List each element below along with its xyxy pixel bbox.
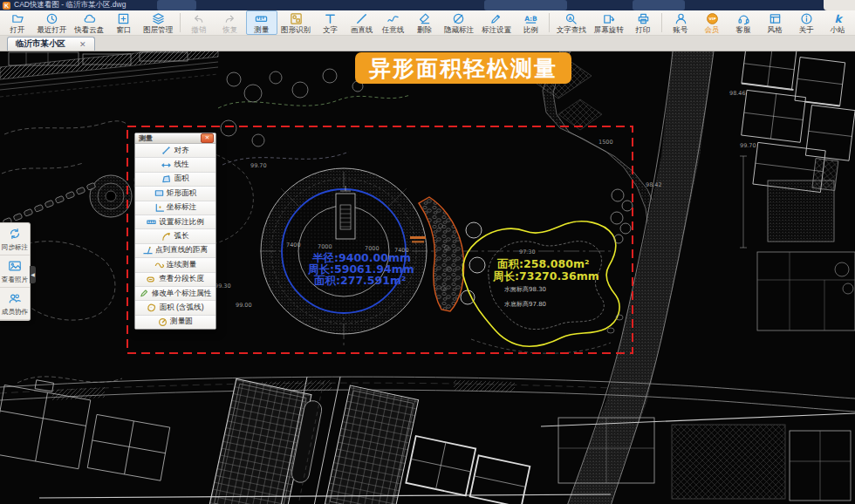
document-tabbar: 临沂市某小区 ✕: [0, 36, 855, 51]
measure-button[interactable]: 测量: [246, 10, 277, 35]
sidebar-sync-annotations[interactable]: 同步标注: [0, 223, 30, 255]
svg-text:99.70: 99.70: [740, 142, 756, 149]
toolbar-separator: [180, 13, 181, 32]
recent-clock-icon: [45, 12, 58, 25]
undo-icon: [192, 12, 205, 25]
site-button[interactable]: k小站: [822, 10, 853, 35]
measure-item-scale-setting[interactable]: 设置标注比例: [135, 215, 215, 229]
svg-text:水底标高97.80: 水底标高97.80: [504, 301, 546, 308]
measure-item-point-to-line[interactable]: 点到直线的距离: [135, 244, 215, 258]
sidebar-view-photos[interactable]: 查看照片: [0, 255, 30, 288]
measure-item-linear[interactable]: 线性: [135, 158, 215, 172]
scale-button[interactable]: A:B比例: [515, 10, 546, 35]
layer-manager-button[interactable]: 图层管理: [140, 10, 177, 35]
shape-recognition-button[interactable]: 图形识别: [277, 10, 315, 35]
text-button[interactable]: 文字: [315, 10, 346, 35]
tab-close-icon[interactable]: ✕: [79, 40, 86, 49]
measure-item-area-with-arc[interactable]: 面积 (含弧线): [135, 301, 215, 315]
measure-ruler-icon: [255, 12, 268, 25]
measure-circle-icon: [158, 317, 168, 327]
svg-text:99.00: 99.00: [236, 302, 252, 309]
sidebar-member-collaboration[interactable]: 成员协作: [0, 288, 30, 320]
measure-item-area[interactable]: 面积: [135, 173, 215, 187]
freehand-line-button[interactable]: 任意线: [378, 10, 409, 35]
svg-text:面积:277.591m²: 面积:277.591m²: [313, 274, 406, 287]
cloud-drive-button[interactable]: 快看云盘: [71, 10, 108, 35]
vip-member-button[interactable]: VIP会员: [696, 10, 728, 35]
about-icon: [800, 12, 813, 25]
tab-label: 临沂市某小区: [16, 38, 65, 50]
coordinate-icon: [154, 203, 164, 213]
svg-text:97.30: 97.30: [519, 249, 536, 255]
svg-text:7000: 7000: [318, 243, 332, 250]
svg-text:VIP: VIP: [708, 17, 715, 21]
open-folder-icon: [11, 12, 24, 25]
promo-banner: 异形面积轻松测量: [355, 52, 571, 84]
measure-item-modify-attr[interactable]: 修改单个标注属性: [135, 287, 215, 301]
measure-panel-titlebar[interactable]: 测量 ✕: [135, 133, 215, 144]
rect-area-icon: [154, 188, 164, 198]
svg-text:98.46: 98.46: [729, 90, 746, 97]
text-search-icon: A: [564, 12, 578, 25]
svg-text:A:B: A:B: [524, 14, 537, 22]
members-icon: [8, 291, 22, 305]
area-with-arc-icon: [147, 303, 156, 312]
measure-panel: 测量 ✕ 对齐 线性 面积 矩形面积 坐标标注 设置标注比例 弧长 点到直线的距…: [134, 133, 216, 330]
svg-text:面积:258.080m²: 面积:258.080m²: [496, 257, 589, 270]
hide-annotation-button[interactable]: 隐藏标注: [441, 10, 478, 35]
annotation-settings-button[interactable]: 标注设置: [477, 10, 515, 35]
account-button[interactable]: 账号: [665, 10, 696, 35]
recent-open-button[interactable]: 最近打开: [33, 10, 71, 35]
draw-line-button[interactable]: 画直线: [346, 10, 378, 35]
text-icon: [324, 12, 337, 25]
redo-button[interactable]: 恢复: [215, 10, 246, 35]
sync-icon: [8, 227, 22, 241]
sidebar-collapse-handle[interactable]: ◀: [30, 266, 36, 283]
freehand-line-icon: [386, 12, 400, 25]
undo-button[interactable]: 撤销: [183, 10, 215, 35]
text-search-button[interactable]: A文字查找: [552, 10, 590, 35]
screen-rotate-icon: [602, 12, 615, 25]
document-tab[interactable]: 临沂市某小区 ✕: [7, 37, 95, 51]
style-icon: [769, 12, 782, 25]
delete-button[interactable]: 删除: [409, 10, 441, 35]
drawing-canvas[interactable]: 99.70 99.30 99.00 98.46 99.70 98.42 7400…: [0, 51, 855, 504]
measure-item-rect-area[interactable]: 矩形面积: [135, 187, 215, 201]
align-icon: [161, 146, 171, 155]
redo-icon: [223, 12, 236, 25]
account-icon: [674, 12, 687, 25]
measure-item-measure-circle[interactable]: 测量圆: [135, 316, 215, 329]
measure-item-coordinate[interactable]: 坐标标注: [135, 201, 215, 215]
toolbar-separator: [549, 13, 550, 32]
circle-measurement-text: 半径:9400.00mm 周长:59061.94mm 面积:277.591m²: [307, 251, 414, 287]
headset-icon: [737, 12, 750, 25]
measure-item-arc-length[interactable]: 弧长: [135, 229, 215, 243]
measure-item-continuous[interactable]: 连续测量: [135, 258, 215, 272]
window-title: CAD快速看图 - 临沂市某小区.dwg: [14, 0, 126, 10]
cad-viewer-window: K CAD快速看图 - 临沂市某小区.dwg 打开 最近打开 快看云盘 窗口 图…: [0, 0, 855, 504]
window-button[interactable]: 窗口: [108, 10, 140, 35]
svg-text:水面标高98.30: 水面标高98.30: [504, 286, 546, 293]
open-button[interactable]: 打开: [2, 10, 33, 35]
app-logo-icon: K: [3, 2, 10, 10]
window-icon: [117, 12, 130, 25]
about-button[interactable]: 关于: [790, 10, 822, 35]
measure-item-segment-length[interactable]: 查看分段长度: [135, 273, 215, 287]
annotation-settings-icon: [489, 12, 503, 25]
continuous-measure-icon: [154, 260, 164, 269]
measure-item-align[interactable]: 对齐: [135, 144, 215, 158]
customer-service-button[interactable]: 客服: [728, 10, 759, 35]
style-button[interactable]: 风格: [759, 10, 790, 35]
tiny-orange-label: [410, 236, 426, 239]
segment-length-icon: [147, 275, 156, 284]
layers-icon: [152, 12, 165, 25]
vip-icon: VIP: [706, 12, 719, 25]
print-button[interactable]: 打印: [627, 10, 659, 35]
panel-close-button[interactable]: ✕: [201, 133, 214, 143]
titlebar-decoration: [633, 0, 685, 10]
scale-icon: A:B: [524, 12, 537, 25]
main-toolbar: 打开 最近打开 快看云盘 窗口 图层管理 撤销 恢复 测量 图形识别 文字 画直…: [0, 10, 855, 36]
svg-text:7400: 7400: [286, 242, 301, 249]
side-toolbar: 同步标注 查看照片 成员协作 ◀: [0, 222, 31, 321]
screen-rotate-button[interactable]: 屏幕旋转: [590, 10, 627, 35]
